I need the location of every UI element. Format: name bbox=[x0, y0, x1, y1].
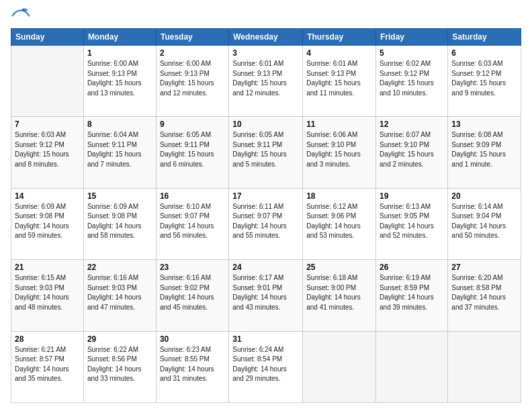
logo bbox=[11, 8, 34, 24]
day-number: 23 bbox=[160, 263, 225, 272]
header bbox=[11, 8, 521, 24]
day-info: Sunrise: 6:03 AM Sunset: 9:12 PM Dayligh… bbox=[451, 59, 517, 98]
day-info: Sunrise: 6:08 AM Sunset: 9:09 PM Dayligh… bbox=[451, 130, 517, 169]
calendar-cell: 6Sunrise: 6:03 AM Sunset: 9:12 PM Daylig… bbox=[448, 46, 521, 117]
day-info: Sunrise: 6:04 AM Sunset: 9:11 PM Dayligh… bbox=[87, 130, 152, 169]
day-number: 3 bbox=[232, 48, 299, 58]
calendar-cell: 20Sunrise: 6:14 AM Sunset: 9:04 PM Dayli… bbox=[448, 188, 521, 259]
calendar-cell: 3Sunrise: 6:01 AM Sunset: 9:13 PM Daylig… bbox=[229, 46, 303, 117]
day-info: Sunrise: 6:07 AM Sunset: 9:10 PM Dayligh… bbox=[380, 130, 444, 169]
calendar-week-2: 7Sunrise: 6:03 AM Sunset: 9:12 PM Daylig… bbox=[11, 117, 521, 188]
day-info: Sunrise: 6:23 AM Sunset: 8:55 PM Dayligh… bbox=[160, 345, 225, 384]
day-number: 13 bbox=[451, 120, 517, 129]
calendar-cell: 22Sunrise: 6:16 AM Sunset: 9:03 PM Dayli… bbox=[83, 260, 156, 331]
day-number: 6 bbox=[451, 48, 517, 58]
header-cell-wednesday: Wednesday bbox=[229, 29, 303, 46]
day-number: 21 bbox=[15, 263, 80, 272]
day-info: Sunrise: 6:09 AM Sunset: 9:08 PM Dayligh… bbox=[15, 202, 80, 241]
header-cell-monday: Monday bbox=[83, 29, 156, 46]
calendar-cell: 30Sunrise: 6:23 AM Sunset: 8:55 PM Dayli… bbox=[156, 331, 228, 402]
day-number: 31 bbox=[232, 334, 299, 344]
calendar: SundayMondayTuesdayWednesdayThursdayFrid… bbox=[11, 28, 521, 403]
day-number: 18 bbox=[306, 191, 372, 201]
day-number: 24 bbox=[232, 263, 299, 272]
calendar-cell: 17Sunrise: 6:11 AM Sunset: 9:07 PM Dayli… bbox=[229, 188, 303, 259]
day-number: 5 bbox=[380, 48, 444, 58]
day-info: Sunrise: 6:16 AM Sunset: 9:03 PM Dayligh… bbox=[87, 273, 152, 312]
day-number: 19 bbox=[380, 191, 444, 201]
day-info: Sunrise: 6:03 AM Sunset: 9:12 PM Dayligh… bbox=[15, 130, 80, 169]
day-number: 14 bbox=[15, 191, 80, 201]
day-info: Sunrise: 6:19 AM Sunset: 8:59 PM Dayligh… bbox=[380, 273, 444, 312]
day-number: 15 bbox=[87, 191, 152, 201]
calendar-cell: 9Sunrise: 6:05 AM Sunset: 9:11 PM Daylig… bbox=[156, 117, 228, 188]
calendar-cell: 15Sunrise: 6:09 AM Sunset: 9:08 PM Dayli… bbox=[83, 188, 156, 259]
header-cell-saturday: Saturday bbox=[448, 29, 521, 46]
day-info: Sunrise: 6:14 AM Sunset: 9:04 PM Dayligh… bbox=[451, 202, 517, 241]
day-info: Sunrise: 6:01 AM Sunset: 9:13 PM Dayligh… bbox=[232, 59, 299, 98]
calendar-cell: 26Sunrise: 6:19 AM Sunset: 8:59 PM Dayli… bbox=[376, 260, 448, 331]
calendar-week-4: 21Sunrise: 6:15 AM Sunset: 9:03 PM Dayli… bbox=[11, 260, 521, 331]
day-info: Sunrise: 6:06 AM Sunset: 9:10 PM Dayligh… bbox=[306, 130, 372, 169]
day-info: Sunrise: 6:02 AM Sunset: 9:12 PM Dayligh… bbox=[380, 59, 444, 98]
day-number: 22 bbox=[87, 263, 152, 272]
day-number: 29 bbox=[87, 334, 152, 344]
day-number: 25 bbox=[306, 263, 372, 272]
day-number: 20 bbox=[451, 191, 517, 201]
day-info: Sunrise: 6:20 AM Sunset: 8:58 PM Dayligh… bbox=[451, 273, 517, 312]
calendar-cell: 21Sunrise: 6:15 AM Sunset: 9:03 PM Dayli… bbox=[11, 260, 84, 331]
day-info: Sunrise: 6:16 AM Sunset: 9:02 PM Dayligh… bbox=[160, 273, 225, 312]
day-number: 8 bbox=[87, 120, 152, 129]
calendar-cell: 4Sunrise: 6:01 AM Sunset: 9:13 PM Daylig… bbox=[303, 46, 376, 117]
day-info: Sunrise: 6:10 AM Sunset: 9:07 PM Dayligh… bbox=[160, 202, 225, 241]
calendar-cell: 13Sunrise: 6:08 AM Sunset: 9:09 PM Dayli… bbox=[448, 117, 521, 188]
day-info: Sunrise: 6:05 AM Sunset: 9:11 PM Dayligh… bbox=[160, 130, 225, 169]
calendar-cell bbox=[448, 331, 521, 402]
day-number: 1 bbox=[87, 48, 152, 58]
calendar-cell: 1Sunrise: 6:00 AM Sunset: 9:13 PM Daylig… bbox=[83, 46, 156, 117]
calendar-week-5: 28Sunrise: 6:21 AM Sunset: 8:57 PM Dayli… bbox=[11, 331, 521, 402]
calendar-cell bbox=[11, 46, 84, 117]
day-number: 10 bbox=[232, 120, 299, 129]
day-info: Sunrise: 6:11 AM Sunset: 9:07 PM Dayligh… bbox=[232, 202, 299, 241]
calendar-cell: 5Sunrise: 6:02 AM Sunset: 9:12 PM Daylig… bbox=[376, 46, 448, 117]
calendar-cell: 29Sunrise: 6:22 AM Sunset: 8:56 PM Dayli… bbox=[83, 331, 156, 402]
day-info: Sunrise: 6:01 AM Sunset: 9:13 PM Dayligh… bbox=[306, 59, 372, 98]
calendar-week-1: 1Sunrise: 6:00 AM Sunset: 9:13 PM Daylig… bbox=[11, 46, 521, 117]
day-number: 11 bbox=[306, 120, 372, 129]
day-number: 16 bbox=[160, 191, 225, 201]
day-number: 28 bbox=[15, 334, 80, 344]
day-info: Sunrise: 6:00 AM Sunset: 9:13 PM Dayligh… bbox=[87, 59, 152, 98]
calendar-cell: 23Sunrise: 6:16 AM Sunset: 9:02 PM Dayli… bbox=[156, 260, 228, 331]
day-info: Sunrise: 6:09 AM Sunset: 9:08 PM Dayligh… bbox=[87, 202, 152, 241]
calendar-header-row: SundayMondayTuesdayWednesdayThursdayFrid… bbox=[11, 29, 521, 46]
calendar-cell: 16Sunrise: 6:10 AM Sunset: 9:07 PM Dayli… bbox=[156, 188, 228, 259]
day-number: 30 bbox=[160, 334, 225, 344]
calendar-cell bbox=[376, 331, 448, 402]
calendar-cell bbox=[303, 331, 376, 402]
day-info: Sunrise: 6:12 AM Sunset: 9:06 PM Dayligh… bbox=[306, 202, 372, 241]
day-number: 4 bbox=[306, 48, 372, 58]
calendar-cell: 27Sunrise: 6:20 AM Sunset: 8:58 PM Dayli… bbox=[448, 260, 521, 331]
header-cell-thursday: Thursday bbox=[303, 29, 376, 46]
header-cell-friday: Friday bbox=[376, 29, 448, 46]
day-number: 12 bbox=[380, 120, 444, 129]
logo-icon bbox=[11, 8, 31, 24]
header-cell-tuesday: Tuesday bbox=[156, 29, 228, 46]
day-number: 27 bbox=[451, 263, 517, 272]
calendar-week-3: 14Sunrise: 6:09 AM Sunset: 9:08 PM Dayli… bbox=[11, 188, 521, 259]
day-info: Sunrise: 6:18 AM Sunset: 9:00 PM Dayligh… bbox=[306, 273, 372, 312]
day-number: 17 bbox=[232, 191, 299, 201]
day-info: Sunrise: 6:00 AM Sunset: 9:13 PM Dayligh… bbox=[160, 59, 225, 98]
day-info: Sunrise: 6:15 AM Sunset: 9:03 PM Dayligh… bbox=[15, 273, 80, 312]
day-number: 9 bbox=[160, 120, 225, 129]
calendar-cell: 25Sunrise: 6:18 AM Sunset: 9:00 PM Dayli… bbox=[303, 260, 376, 331]
day-info: Sunrise: 6:17 AM Sunset: 9:01 PM Dayligh… bbox=[232, 273, 299, 312]
calendar-cell: 11Sunrise: 6:06 AM Sunset: 9:10 PM Dayli… bbox=[303, 117, 376, 188]
page: SundayMondayTuesdayWednesdayThursdayFrid… bbox=[0, 0, 532, 411]
header-cell-sunday: Sunday bbox=[11, 29, 84, 46]
calendar-cell: 2Sunrise: 6:00 AM Sunset: 9:13 PM Daylig… bbox=[156, 46, 228, 117]
calendar-cell: 19Sunrise: 6:13 AM Sunset: 9:05 PM Dayli… bbox=[376, 188, 448, 259]
calendar-cell: 28Sunrise: 6:21 AM Sunset: 8:57 PM Dayli… bbox=[11, 331, 84, 402]
day-number: 26 bbox=[380, 263, 444, 272]
